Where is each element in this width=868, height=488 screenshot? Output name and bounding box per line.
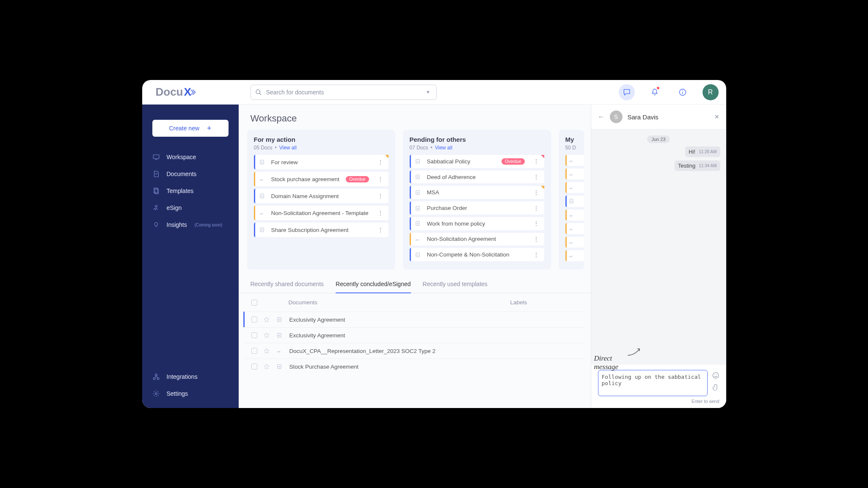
table-row[interactable]: DocuX_CPA__Representation_Letter_2023 SO… [245, 343, 585, 358]
svg-text:w: w [278, 318, 280, 321]
view-all-link[interactable]: View all [435, 145, 452, 151]
doc-item[interactable]: ⋮ [565, 155, 584, 166]
svg-text:w: w [417, 254, 419, 256]
chat-contact-name: Sara Davis [628, 113, 709, 121]
create-button[interactable]: Create new + [152, 120, 229, 137]
kebab-icon[interactable]: ⋮ [532, 174, 541, 180]
row-checkbox[interactable] [251, 364, 257, 369]
sidebar-item-esign[interactable]: eSign [142, 199, 239, 216]
star-icon[interactable] [263, 316, 270, 323]
doc-item[interactable]: w For review ⋮ [254, 155, 389, 169]
back-icon[interactable]: ← [598, 113, 605, 121]
doc-item[interactable]: ⋮ [565, 223, 584, 234]
doc-type-icon [257, 176, 267, 182]
doc-label: Deed of Adherence [427, 174, 527, 180]
message-input[interactable] [598, 370, 708, 396]
kebab-icon[interactable]: ⋮ [376, 193, 385, 199]
notifications-icon[interactable] [647, 84, 663, 100]
doc-item[interactable]: w Domain Name Assignment ⋮ [254, 189, 389, 203]
kebab-icon[interactable]: ⋮ [583, 198, 584, 204]
sidebar-item-insights[interactable]: Insights (Coming soon) [142, 216, 239, 233]
kebab-icon[interactable]: ⋮ [532, 251, 541, 258]
user-avatar[interactable]: R [703, 84, 719, 100]
doc-item[interactable]: ⋮ [565, 250, 584, 261]
doc-item[interactable]: w MSA ⋮ [410, 186, 544, 199]
doc-item[interactable]: Non-Solicitation Agreement ⋮ [410, 233, 544, 246]
chat-icon[interactable] [619, 84, 635, 100]
kebab-icon[interactable]: ⋮ [532, 220, 541, 227]
plus-icon: + [207, 124, 212, 133]
row-checkbox[interactable] [251, 317, 257, 323]
search-input[interactable] [266, 89, 420, 96]
svg-text:w: w [417, 207, 419, 210]
message: Testing 11:34 AM [675, 160, 720, 171]
kebab-icon[interactable]: ⋮ [532, 236, 541, 243]
templates-icon [152, 187, 161, 195]
sidebar-item-templates[interactable]: Templates [142, 182, 239, 199]
doc-item[interactable]: w Share Subscription Agreement ⋮ [254, 223, 389, 237]
kebab-icon[interactable]: ⋮ [532, 189, 541, 196]
kebab-icon[interactable]: ⋮ [532, 205, 541, 212]
doc-label: Non-Solicitation Agreement - Template [271, 210, 372, 216]
sidebar-item-workspace[interactable]: Workspace [142, 149, 239, 165]
kebab-icon[interactable]: ⋮ [583, 184, 584, 191]
kebab-icon[interactable]: ⋮ [583, 239, 584, 245]
kebab-icon[interactable]: ⋮ [376, 226, 385, 233]
close-icon[interactable]: ✕ [714, 113, 719, 120]
doc-label: Non-Solicitation Agreement [427, 236, 527, 242]
doc-item[interactable]: w Non-Compete & Non-Solicitation ⋮ [410, 248, 544, 261]
kebab-icon[interactable]: ⋮ [376, 176, 385, 182]
sidebar-item-settings[interactable]: Settings [142, 385, 239, 402]
tab[interactable]: Recently shared documents [251, 281, 324, 293]
kebab-icon[interactable]: ⋮ [376, 159, 385, 165]
doc-item[interactable]: ⋮ [565, 182, 584, 193]
row-checkbox[interactable] [251, 348, 257, 354]
cards-row: For my action 05 Docs • View all w For r… [239, 130, 591, 270]
doc-label: Domain Name Assignment [271, 193, 372, 199]
tab[interactable]: Recently used templates [423, 281, 488, 293]
doc-item[interactable]: w ⋮ [565, 196, 584, 207]
select-all-checkbox[interactable] [251, 300, 257, 306]
doc-label: Share Subscription Agreement [271, 227, 372, 233]
doc-item[interactable]: Stock purchase agreement Overdue ⋮ [254, 172, 389, 186]
doc-item[interactable]: w Purchase Order ⋮ [410, 201, 544, 215]
search-bar[interactable]: ▼ [251, 85, 437, 100]
kebab-icon[interactable]: ⋮ [583, 252, 584, 259]
page-title: Workspace [239, 105, 591, 130]
star-icon[interactable] [263, 347, 270, 354]
row-checkbox[interactable] [251, 332, 257, 338]
doc-item[interactable]: ⋮ [565, 210, 584, 221]
sidebar-item-documents[interactable]: Documents [142, 165, 239, 182]
search-dropdown-icon[interactable]: ▼ [424, 90, 432, 94]
info-icon[interactable] [675, 84, 691, 100]
doc-item[interactable]: w Sabbatical Policy Overdue ⋮ [410, 155, 544, 168]
star-icon[interactable] [263, 363, 270, 370]
logo: DocuX [150, 85, 239, 99]
star-icon[interactable] [263, 332, 270, 339]
view-all-link[interactable]: View all [279, 145, 297, 151]
doc-item[interactable]: ⋮ [565, 168, 584, 179]
sidebar-item-integrations[interactable]: Integrations [142, 368, 239, 385]
table-row[interactable]: w Exclusivity Agreement [243, 312, 585, 327]
attachment-icon[interactable] [712, 383, 719, 391]
doc-label: Non-Compete & Non-Solicitation [427, 251, 527, 258]
kebab-icon[interactable]: ⋮ [583, 225, 584, 232]
doc-type-icon: w [275, 364, 284, 369]
table-row[interactable]: w Stock Purchase Agreement [245, 358, 585, 374]
search-icon [255, 89, 262, 96]
doc-item[interactable]: Non-Solicitation Agreement - Template ⋮ [254, 206, 389, 220]
doc-item[interactable]: w Work from home policy ⋮ [410, 217, 544, 230]
tab[interactable]: Recently concluded/eSigned [336, 281, 411, 293]
kebab-icon[interactable]: ⋮ [583, 212, 584, 218]
doc-item[interactable]: w Deed of Adherence ⋮ [410, 171, 544, 184]
emoji-icon[interactable] [712, 372, 719, 379]
app-frame: DocuX ▼ R Create new + [142, 80, 726, 408]
kebab-icon[interactable]: ⋮ [532, 158, 541, 165]
doc-type-icon: w [257, 159, 267, 165]
table-row[interactable]: w Exclusivity Agreement [245, 327, 585, 343]
kebab-icon[interactable]: ⋮ [376, 210, 385, 216]
doc-item[interactable]: ⋮ [565, 237, 584, 248]
kebab-icon[interactable]: ⋮ [583, 171, 584, 177]
kebab-icon[interactable]: ⋮ [583, 157, 584, 164]
svg-point-3 [682, 90, 683, 91]
